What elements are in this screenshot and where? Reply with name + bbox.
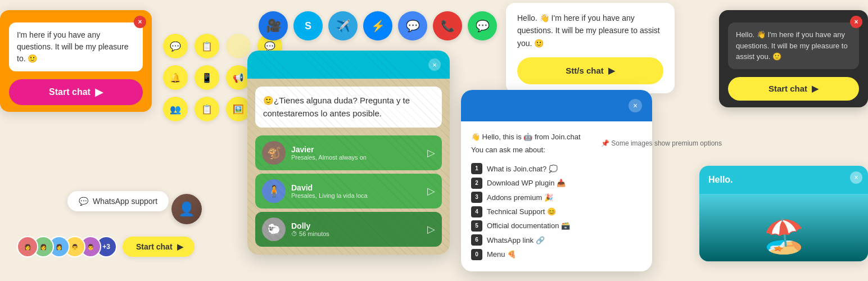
chat-question-bubble: 🙂¿Tienes alguna duda? Pregunta y te cont… [255, 87, 442, 128]
agent-status: Presales, Almost always on [291, 154, 427, 161]
agent-name: David [291, 183, 427, 192]
menu-item-3[interactable]: 3 Addons premium 🎉 [471, 191, 642, 204]
teal-header: Hello. × [699, 166, 868, 194]
chatbot-header: × [461, 90, 652, 121]
telegram-icon[interactable]: ✈️ [328, 11, 358, 40]
menu-item-1[interactable]: 1 What is Join.chat? 💭 [471, 162, 642, 175]
arrow-icon: ▷ [427, 147, 435, 159]
question-text: 🙂¿Tienes alguna duda? Pregunta y te cont… [263, 96, 410, 118]
hello-message: Hello. 👋 I'm here if you have any questi… [517, 13, 660, 48]
teal-image: 🏖️ [699, 194, 868, 261]
arrow-icon: ▶ [95, 86, 103, 98]
agent-info-david: David Presales, Living la vida loca [291, 183, 427, 199]
hello-chat-widget: Hello. 👋 I'm here if you have any questi… [506, 3, 675, 93]
close-button[interactable]: × [850, 16, 862, 28]
agent-row-javier[interactable]: 🐒 Javier Presales, Almost always on ▷ [255, 135, 442, 170]
close-button[interactable]: × [629, 99, 642, 112]
dot-item[interactable]: 🔔 [163, 65, 188, 90]
agent-name: Dolly [291, 221, 427, 230]
premium-note: 📌 Some images show premium options [601, 139, 722, 147]
messenger-icon[interactable]: ⚡ [363, 11, 392, 40]
arrow-icon: ▷ [427, 223, 435, 235]
premium-text: 📌 Some images show premium options [601, 139, 722, 147]
chatbot-panel: × 👋 Hello, this is 🤖 from Join.chatYou c… [461, 90, 652, 271]
close-button[interactable]: × [850, 171, 862, 184]
avatar: 👩 [17, 236, 38, 257]
dot-item[interactable]: 👥 [163, 97, 188, 121]
agent-status: Presales, Living la vida loca [291, 192, 427, 199]
chat-icon[interactable]: 💬 [398, 11, 427, 40]
agent-row-david[interactable]: 🧍 David Presales, Living la vida loca ▷ [255, 174, 442, 209]
close-button[interactable]: × [428, 58, 441, 71]
avatar-start-chat-row: 👩 👩 👩 👨 👨 +3 Start chat ▶ [17, 236, 195, 257]
start-chat-label: Start chat [136, 242, 173, 251]
start-chat-hello-button[interactable]: Stt/s chat ▶ [517, 57, 663, 84]
arrow-icon: ▶ [812, 84, 819, 94]
avatar: 👤 [171, 194, 202, 224]
start-chat-label: Start chat [49, 87, 91, 97]
start-chat-button[interactable]: Start chat ▶ [9, 79, 143, 105]
dot-item[interactable]: 📋 [195, 97, 219, 121]
teal-greeting: Hello. [699, 166, 868, 194]
agent-avatar-dolly: 🐑 [262, 217, 286, 241]
support-label: WhatsApp support [93, 197, 157, 206]
start-chat-label: Start chat [768, 84, 807, 93]
agent-info-dolly: Dolly ⏱ 56 minutos [291, 221, 427, 237]
orange-chat-widget: × I'm here if you have any questions. It… [0, 10, 152, 112]
dot-item[interactable]: 📱 [195, 65, 219, 90]
close-button[interactable]: × [134, 16, 146, 28]
phone-icon[interactable]: 📞 [433, 11, 462, 40]
whatsapp-support-button[interactable]: 💬 WhatsApp support [67, 191, 169, 211]
main-whatsapp-chat: × 🙂¿Tienes alguna duda? Pregunta y te co… [247, 51, 450, 255]
start-chat-dark-button[interactable]: Start chat ▶ [728, 77, 859, 101]
skype-icon[interactable]: S [293, 11, 323, 40]
agent-name: Javier [291, 145, 427, 154]
teal-chat-widget: Hello. × 🏖️ [699, 166, 868, 261]
dark-chat-widget: × Hello. 👋 I'm here if you have any ques… [719, 10, 868, 107]
menu-item-6[interactable]: 6 WhatsApp link 🔗 [471, 234, 642, 247]
message-text: I'm here if you have any questions. It w… [17, 30, 128, 63]
message-bubble-dark: Hello. 👋 I'm here if you have any questi… [728, 22, 859, 69]
message-bubble: I'm here if you have any questions. It w… [9, 22, 143, 71]
dot-item[interactable]: 💬 [163, 34, 188, 58]
chat-icon: 💬 [79, 197, 88, 206]
beach-image: 🏖️ [699, 194, 868, 261]
agent-info-javier: Javier Presales, Almost always on [291, 145, 427, 161]
start-chat-yellow-button[interactable]: Start chat ▶ [123, 237, 195, 257]
menu-item-4[interactable]: 4 Technical Support 😊 [471, 205, 642, 218]
arrow-icon: ▶ [177, 242, 183, 251]
dot-item[interactable] [226, 34, 251, 58]
arrow-icon: ▶ [608, 64, 615, 78]
chat-header: × [247, 51, 450, 79]
start-chat-label: Stt/s chat [566, 64, 604, 78]
menu-item-0[interactable]: 0 Menu 🍕 [471, 248, 642, 261]
menu-item-2[interactable]: 2 Download WP plugin 📥 [471, 176, 642, 189]
social-icons-row: 🎥 S ✈️ ⚡ 💬 📞 💬 [259, 11, 497, 40]
avatar-list: 👩 👩 👩 👨 👨 +3 [17, 236, 111, 257]
whatsapp-icon[interactable]: 💬 [468, 11, 497, 40]
dark-message: Hello. 👋 I'm here if you have any questi… [736, 30, 848, 61]
google-meet-icon[interactable]: 🎥 [259, 11, 288, 40]
arrow-icon: ▷ [427, 185, 435, 197]
avatar-count: +3 [102, 243, 110, 251]
dot-item[interactable]: 📋 [195, 34, 219, 58]
menu-item-5[interactable]: 5 Official documentation 🗃️ [471, 219, 642, 232]
agent-avatar-david: 🧍 [262, 179, 286, 203]
agent-status: ⏱ 56 minutos [291, 230, 427, 237]
agent-avatar-javier: 🐒 [262, 141, 286, 165]
agent-row-dolly[interactable]: 🐑 Dolly ⏱ 56 minutos ▷ [255, 212, 442, 247]
